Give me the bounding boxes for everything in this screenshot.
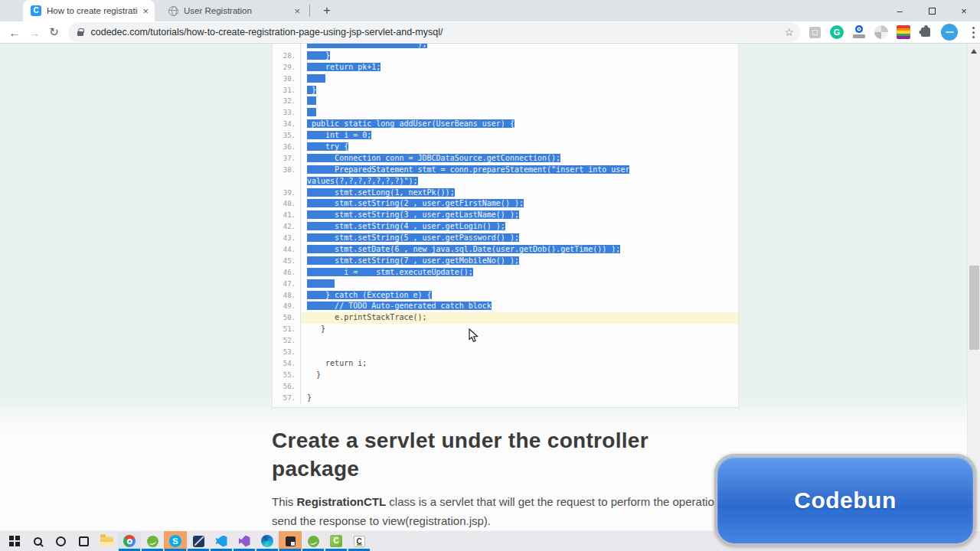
line-number: 35.: [273, 130, 300, 142]
code-cell: Connection conn = JDBCDataSource.getConn…: [300, 153, 738, 165]
line-number: 56.: [273, 381, 300, 393]
line-number: 33.: [273, 107, 300, 119]
code-text: values(?,?,?,?,?,?,?)");: [307, 177, 418, 185]
code-line: 39. stmt.setLong(1, nextPk());: [273, 187, 738, 199]
code-cell: stmt.setLong(1, nextPk());: [300, 187, 738, 199]
taskbar-file-explorer[interactable]: [95, 531, 118, 551]
line-number: [273, 44, 300, 51]
tab-how-to-create-registration-page[interactable]: C How to create registration page ×: [23, 0, 155, 21]
code-cell: return i;: [300, 358, 738, 370]
code-cell: ");: [300, 44, 738, 51]
cortana-icon: [56, 536, 66, 546]
file-explorer-icon: [100, 536, 113, 546]
code-text: // TODO Auto-generated catch block: [307, 302, 492, 310]
minimize-button[interactable]: –: [884, 0, 916, 21]
code-text: stmt.setDate(6 , new java.sql.Date(user.…: [307, 245, 620, 253]
taskbar-flashing-app[interactable]: [279, 531, 302, 551]
close-tab-icon[interactable]: ×: [294, 6, 300, 16]
spring-icon: [147, 536, 158, 547]
code-cell: stmt.setString(5 , user.getPassword() );: [300, 233, 738, 244]
scrollbar-thumb[interactable]: [969, 266, 979, 350]
code-line: 37. Connection conn = JDBCDataSource.get…: [273, 153, 738, 165]
screen: C How to create registration page × User…: [0, 0, 980, 551]
address-bar[interactable]: codedec.com/tutorials/how-to-create-regi…: [68, 22, 800, 42]
taskbar-spring[interactable]: [302, 531, 325, 551]
code-text: stmt.setLong(1, nextPk());: [307, 188, 455, 197]
maximize-button[interactable]: [916, 0, 948, 21]
taskbar-windows-start[interactable]: [3, 531, 26, 551]
reload-button[interactable]: ↻: [44, 25, 64, 39]
taskbar-skype[interactable]: S: [164, 531, 187, 551]
taskbar-task-view[interactable]: [72, 531, 95, 551]
bookmark-star-icon[interactable]: ☆: [784, 26, 794, 38]
avatar-icon[interactable]: [941, 24, 958, 41]
forward-button[interactable]: →: [24, 26, 44, 39]
loom-icon[interactable]: [874, 25, 888, 39]
line-number: 51.: [273, 324, 300, 335]
taskbar-spring[interactable]: [141, 531, 164, 551]
line-number: 53.: [273, 347, 300, 358]
code-cell: [300, 347, 738, 358]
taskbar-search[interactable]: [26, 531, 49, 551]
line-number: 42.: [273, 221, 300, 233]
code-line: 38. PreparedStatement stmt = conn.prepar…: [273, 165, 738, 176]
maximize-icon: [929, 8, 936, 15]
code-text: stmt.setString(4 , user.getLogin() );: [307, 222, 505, 230]
ext-generic-icon[interactable]: [808, 25, 822, 39]
scrollbar-up-arrow-icon[interactable]: [971, 49, 977, 54]
puzzle-icon[interactable]: [919, 25, 933, 39]
code-cell: }: [300, 370, 738, 381]
code-line: 31. }: [273, 85, 738, 96]
code-line: values(?,?,?,?,?,?,?)");: [273, 176, 738, 187]
line-number: 34.: [273, 119, 300, 130]
taskbar-edge[interactable]: [256, 531, 279, 551]
code-cell: e.printStackTrace();: [300, 312, 738, 324]
code-text: Connection conn = JDBCDataSource.getConn…: [307, 154, 560, 162]
code-text: stmt.setString(7 , user.getMobileNo() );: [307, 256, 519, 265]
taskbar-visual-studio[interactable]: [233, 531, 256, 551]
taskbar-mysql-workbench[interactable]: [187, 531, 210, 551]
kebab-icon[interactable]: [966, 25, 980, 39]
code-line: 57.}: [273, 393, 738, 404]
code-cell: }: [300, 85, 738, 96]
code-cell: }: [300, 51, 738, 62]
page-scrollbar[interactable]: [967, 44, 980, 530]
edge-icon: [261, 535, 273, 547]
line-number: 47.: [273, 279, 300, 290]
code-text: i = stmt.executeUpdate();: [307, 268, 473, 276]
grammarly-icon[interactable]: G: [830, 25, 844, 39]
back-button[interactable]: ←: [5, 26, 24, 39]
line-number: 55.: [273, 370, 300, 381]
taskbar-vscode[interactable]: [210, 531, 233, 551]
line-number: 28.: [273, 51, 300, 62]
new-tab-button[interactable]: +: [318, 4, 336, 18]
tab-user-registration[interactable]: User Registration ×: [161, 0, 306, 21]
code-text: }: [307, 370, 321, 379]
taskbar-camtasia-recorder[interactable]: C: [348, 531, 371, 551]
visual-studio-icon: [239, 536, 250, 547]
line-number: 45.: [273, 256, 300, 267]
line-number: 41.: [273, 210, 300, 221]
close-tab-icon[interactable]: ×: [142, 6, 149, 16]
code-text: stmt.setString(3 , user.getLastName() );: [307, 210, 519, 219]
colorgrid-icon[interactable]: [897, 25, 910, 39]
windows-start-icon: [9, 536, 20, 546]
code-text: return i;: [307, 359, 367, 367]
line-number: 40.: [273, 198, 300, 210]
code-line: 45. stmt.setString(7 , user.getMobileNo(…: [273, 256, 738, 267]
line-number: 31.: [273, 85, 300, 96]
code-line: 55. }: [273, 370, 738, 381]
line-number: 38.: [273, 165, 300, 176]
page-ruler-icon[interactable]: [852, 25, 866, 39]
taskbar-cortana[interactable]: [49, 531, 72, 551]
taskbar-chrome[interactable]: [118, 531, 141, 551]
codebun-watermark: Codebun: [714, 454, 976, 546]
code-line: 41. stmt.setString(3 , user.getLastName(…: [273, 210, 738, 221]
code-cell: [300, 279, 738, 290]
close-window-button[interactable]: ×: [948, 0, 980, 21]
url-text: codedec.com/tutorials/how-to-create-regi…: [90, 27, 784, 37]
flashing-app-icon: [286, 536, 296, 546]
search-icon: [34, 537, 42, 546]
code-line: 46. i = stmt.executeUpdate();: [273, 267, 738, 279]
taskbar-camtasia[interactable]: C: [325, 531, 348, 551]
